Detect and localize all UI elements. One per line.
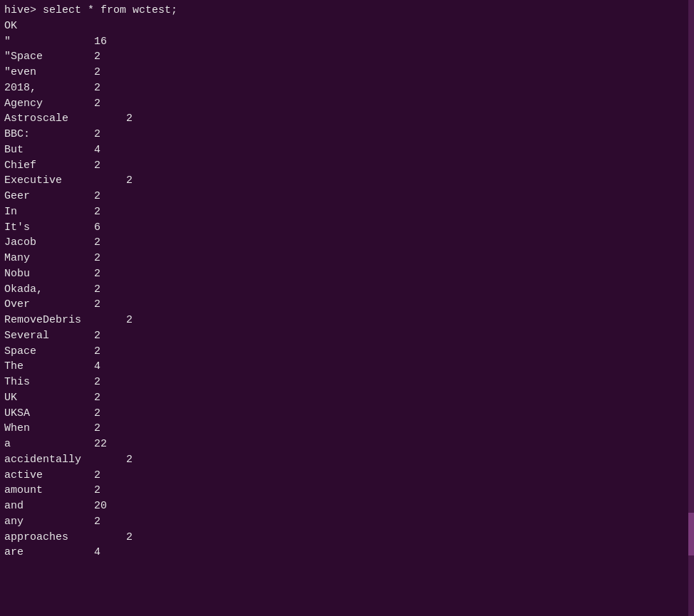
output-ok: OK	[4, 19, 690, 34]
table-row: 2018, 2	[4, 80, 690, 96]
table-row: amount 2	[4, 483, 690, 498]
table-row: Executive 2	[4, 173, 690, 189]
table-row: Nobu 2	[4, 266, 690, 282]
table-row: Several 2	[4, 328, 690, 344]
table-row: approaches 2	[4, 530, 690, 545]
table-row: Many 2	[4, 251, 690, 266]
table-row: a 22	[4, 437, 690, 452]
command-line: hive> select * from wctest;	[4, 3, 690, 19]
table-row: active 2	[4, 468, 690, 484]
table-row: BBC: 2	[4, 127, 690, 142]
table-row: It's 6	[4, 220, 690, 236]
table-row: accidentally 2	[4, 452, 690, 468]
table-row: Over 2	[4, 297, 690, 313]
table-row: Jacob 2	[4, 235, 690, 251]
table-row: " 16	[4, 34, 690, 50]
table-row: Chief 2	[4, 158, 690, 174]
prompt: hive> select * from wctest;	[4, 4, 177, 16]
table-row: UKSA 2	[4, 406, 690, 422]
table-row: Astroscale 2	[4, 111, 690, 127]
scrollbar-thumb[interactable]	[688, 513, 694, 555]
table-row: The 4	[4, 359, 690, 375]
table-row: RemoveDebris 2	[4, 313, 690, 328]
table-row: any 2	[4, 514, 690, 530]
scrollbar[interactable]	[688, 0, 694, 616]
table-row: Geer 2	[4, 189, 690, 204]
table-row: "even 2	[4, 65, 690, 80]
table-row: UK 2	[4, 390, 690, 406]
table-row: Okada, 2	[4, 282, 690, 298]
table-row: are 4	[4, 545, 690, 560]
table-row: Agency 2	[4, 96, 690, 112]
table-row: But 4	[4, 142, 690, 158]
table-row: and 20	[4, 498, 690, 514]
table-row: "Space 2	[4, 49, 690, 65]
table-row: Space 2	[4, 344, 690, 360]
table-row: This 2	[4, 375, 690, 390]
table-row: In 2	[4, 204, 690, 220]
table-row: When 2	[4, 421, 690, 437]
terminal-window: hive> select * from wctest; OK " 16 "Spa…	[0, 0, 694, 616]
